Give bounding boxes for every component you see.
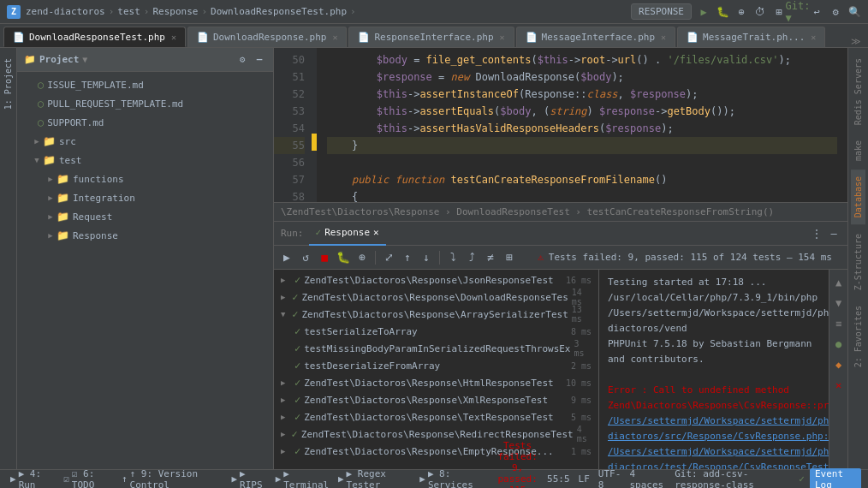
scroll-up-icon[interactable]: ▲ (829, 273, 848, 292)
lf-label: LF (579, 473, 590, 485)
run-icon[interactable]: ▶ (697, 5, 710, 19)
pin-icon[interactable]: ◆ (829, 355, 848, 374)
profile-icon[interactable]: ⏱ (753, 5, 767, 19)
test-label4: testSerializeToArray (304, 326, 417, 337)
test-item-serialize[interactable]: ✓ testSerializeToArray 8 ms (274, 323, 598, 340)
tab-responseinterface[interactable]: 📄 ResponseInterface.php ✕ (348, 27, 514, 47)
test-item-download[interactable]: ▶ ✓ ZendTest\Diactoros\Response\Download… (274, 289, 598, 306)
sidebar-zstructure[interactable]: Z-Structure (851, 227, 865, 297)
console-close-icon[interactable]: — (827, 227, 841, 241)
sidebar-redis[interactable]: Redis Servers (851, 51, 865, 132)
console-tab-close-icon[interactable]: ✕ (373, 227, 379, 238)
status-indent[interactable]: 4 spaces (627, 468, 670, 489)
tree-item-src[interactable]: ▶ 📁 src (17, 132, 273, 151)
tree-item-test[interactable]: ▼ 📁 test (17, 151, 273, 170)
tab-downloadresponsetest[interactable]: 📄 DownloadResponseTest.php ✕ (3, 27, 186, 47)
sidebar-favorites[interactable]: 2: Favorites (851, 299, 865, 374)
status-position[interactable]: 55:5 (544, 473, 574, 485)
import-btn[interactable]: ⤵ (445, 248, 461, 267)
test-item-empty[interactable]: ▶ ✓ ZendTest\Diactoros\Response\EmptyRes… (274, 443, 598, 460)
tab-downloadresponse[interactable]: 📄 DownloadResponse.php ✕ (187, 27, 347, 47)
project-dropdown-icon[interactable]: ▼ (82, 55, 87, 64)
panel-cog-icon[interactable]: ⚙ (235, 53, 249, 67)
tab-messageinterface[interactable]: 📄 MessageInterface.php ✕ (516, 27, 675, 47)
tab-close4-icon[interactable]: ✕ (661, 33, 666, 42)
sidebar-make[interactable]: make (851, 134, 865, 168)
search-icon[interactable]: 🔍 (847, 5, 861, 19)
tab-close5-icon[interactable]: ✕ (811, 33, 816, 42)
tab-close3-icon[interactable]: ✕ (500, 33, 505, 42)
clear-icon[interactable]: ✕ (829, 376, 848, 395)
test-time5: 3 ms (574, 339, 592, 358)
git-check-icon: ✓ (799, 473, 805, 485)
scroll-down-icon[interactable]: ▼ (829, 294, 848, 312)
wrap-icon[interactable]: ≡ (829, 314, 848, 333)
run-config-button[interactable]: RESPONSE (631, 3, 692, 20)
editor-breadcrumb: \ZendTest\Diactoros\Response › DownloadR… (274, 202, 847, 221)
tab-messagetrait[interactable]: 📄 MessageTrait.ph... ✕ (677, 27, 825, 47)
terminal-label: ▶ Terminal (283, 468, 330, 489)
test-item-xml[interactable]: ▶ ✓ ZendTest\Diactoros\Response\XmlRespo… (274, 391, 598, 408)
test-item-json[interactable]: ▶ ✓ ZendTest\Diactoros\Response\JsonResp… (274, 271, 598, 289)
test-item-redirect[interactable]: ▶ ✓ ZendTest\Diactoros\Response\Redirect… (274, 426, 598, 443)
status-services-btn[interactable]: ▶ ▶ 8: Services (416, 468, 491, 489)
test-item-missing[interactable]: ✓ testMissingBodyParamInSerializedReques… (274, 340, 598, 357)
tab-close2-icon[interactable]: ✕ (332, 33, 337, 42)
next-fail-btn[interactable]: ↓ (419, 248, 434, 267)
console-more-icon[interactable]: ⋮ (810, 227, 823, 241)
play-btn[interactable]: ▶ (279, 248, 294, 267)
debug-icon[interactable]: 🐛 (716, 5, 729, 19)
status-event-log-btn[interactable]: Event Log (810, 468, 861, 489)
test-time2: 14 ms (572, 288, 592, 306)
prev-fail-btn[interactable]: ↑ (400, 248, 415, 267)
out-line-link1[interactable]: /Users/settermjd/Workspace/settermjd/php… (608, 414, 820, 444)
sidebar-vtab-project[interactable]: 1: Project (1, 51, 15, 116)
filter-console-icon[interactable]: ● (829, 335, 848, 354)
tree-item-response[interactable]: ▶ 📁 Response (17, 226, 273, 245)
status-regex-btn[interactable]: ▶ ▶ Regex Tester (335, 468, 414, 489)
undo-icon[interactable]: ↩ (810, 5, 823, 19)
sidebar-database[interactable]: Database (851, 170, 865, 224)
filter-btn[interactable]: ⊞ (502, 248, 517, 267)
test-item-html[interactable]: ▶ ✓ ZendTest\Diactoros\Response\HtmlResp… (274, 374, 598, 391)
breadcrumb-namespace: \ZendTest\Diactoros\Response › DownloadR… (281, 206, 774, 217)
stop-btn[interactable]: ■ (317, 248, 332, 267)
console-toolbar: ▶ ↺ ■ 🐛 ⊕ ⤢ ↑ ↓ ⤵ ⤴ ≠ ⊞ ⚠ Tests failed: … (274, 246, 847, 270)
tree-item-pr[interactable]: ○ PULL_REQUEST_TEMPLATE.md (17, 94, 273, 113)
test-item-array[interactable]: ▼ ✓ ZendTest\Diactoros\Response\ArraySer… (274, 306, 598, 323)
tree-item-integration[interactable]: ▶ 📁 Integration (17, 188, 273, 207)
status-vcs-btn[interactable]: ↑ ↑ 9: Version Control (118, 468, 227, 489)
test-item-text[interactable]: ▶ ✓ ZendTest\Diactoros\Response\TextResp… (274, 408, 598, 426)
tree-item-functions[interactable]: ▶ 📁 functions (17, 170, 273, 188)
tab-more-icon[interactable]: ≫ (847, 36, 865, 47)
debug-run-btn[interactable]: 🐛 (336, 248, 351, 267)
code-editor[interactable]: $body = file_get_contents($this->root->u… (317, 48, 847, 202)
git-icon[interactable]: Git: ▼ (791, 5, 805, 19)
main-area: 1: Project 📁 Project ▼ ⚙ — ○ ISSUE_TEMPL… (0, 48, 868, 469)
rerun-btn[interactable]: ↺ (298, 248, 313, 267)
status-encoding[interactable]: UTF-8 (595, 468, 625, 489)
settings-icon[interactable]: ⚙ (829, 5, 842, 19)
test-item-deserialize[interactable]: ✓ testDeserializeFromArray 2 ms (274, 357, 598, 374)
status-lf[interactable]: LF (575, 473, 593, 485)
expand-btn[interactable]: ⤢ (381, 248, 396, 267)
test-time7: 10 ms (566, 378, 592, 388)
tree-item-issue[interactable]: ○ ISSUE_TEMPLATE.md (17, 75, 273, 94)
expand-empty-icon: ▶ (281, 447, 291, 455)
coverage-btn[interactable]: ⊕ (354, 248, 370, 267)
more-icon[interactable]: ⊞ (772, 5, 786, 19)
status-run-btn[interactable]: ▶ ▶ 4: Run (7, 468, 58, 489)
tree-item-support[interactable]: ○ SUPPORT.md (17, 113, 273, 132)
status-terminal-btn[interactable]: ▶ ▶ Terminal (272, 468, 333, 489)
tab-close-icon[interactable]: ✕ (171, 33, 176, 42)
diff-btn[interactable]: ≠ (483, 248, 498, 267)
status-todo-btn[interactable]: ☑ ☑ 6: TODO (60, 468, 116, 489)
console-tab-response[interactable]: ✓ Response ✕ (309, 222, 386, 246)
panel-minimize-icon[interactable]: — (253, 53, 266, 67)
out-line-link2[interactable]: /Users/settermjd/Workspace/settermjd/php… (608, 444, 820, 469)
status-rips-btn[interactable]: ▶ ▶ RIPS (228, 468, 270, 489)
tree-item-request[interactable]: ▶ 📁 Request (17, 207, 273, 226)
coverage-icon[interactable]: ⊕ (734, 5, 748, 19)
status-git-branch[interactable]: Git: add-csv-response-class ✓ (671, 468, 808, 489)
export-btn[interactable]: ⤴ (464, 248, 479, 267)
